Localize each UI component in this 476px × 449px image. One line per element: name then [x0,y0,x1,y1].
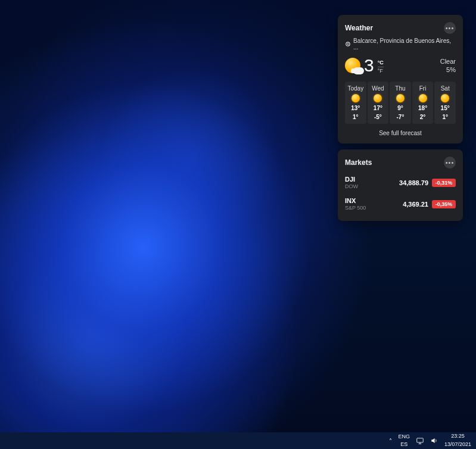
forecast-lo: 1° [442,114,448,120]
markets-title: Markets [345,158,372,167]
markets-header: Markets ••• [345,157,456,169]
see-full-forecast-link[interactable]: See full forecast [345,129,456,138]
market-left: INX S&P 500 [345,197,366,211]
forecast-day[interactable]: Thu 9° -7° [390,82,411,124]
forecast-day-label: Today [347,85,363,92]
weather-title: Weather [345,24,373,32]
sunny-icon [396,94,405,102]
weather-current-right: Clear 5% [440,57,456,74]
market-symbol: INX [345,197,366,205]
forecast-day[interactable]: Sat 15° 1° [434,82,456,124]
language-secondary: ES [400,442,407,447]
taskbar-time: 23:25 [451,434,465,439]
location-icon [345,41,351,47]
weather-humidity: 5% [440,66,456,74]
weather-condition: Clear [440,57,456,66]
weather-current-left: 3 °C °F [345,55,384,76]
market-left: DJI DOW [345,176,358,190]
unit-fahrenheit[interactable]: °F [378,68,384,74]
forecast-lo: 1° [353,114,359,120]
sunny-icon [419,94,427,102]
language-switcher[interactable]: ENG ES [398,434,410,447]
forecast-day-label: Fri [419,85,427,92]
temperature-unit-toggle[interactable]: °C °F [378,58,384,74]
forecast-hi: 17° [374,105,382,111]
taskbar-date: 13/07/2021 [444,442,471,448]
chevron-up-icon: ˄ [389,438,392,444]
forecast-day[interactable]: Wed 17° -5° [368,82,389,124]
taskbar-network-button[interactable] [416,436,424,445]
forecast-lo: 2° [420,114,426,120]
weather-location-row[interactable]: Balcarce, Provincia de Buenos Aires, ... [345,38,456,51]
language-primary: ENG [398,434,410,439]
forecast-lo: -5° [374,114,382,120]
sunny-icon [441,94,449,102]
widgets-panel: Weather ••• Balcarce, Provincia de Bueno… [338,15,463,221]
forecast-row: Today 13° 1° Wed 17° -5° Thu 9° -7° Fri … [345,82,456,124]
taskbar-volume-button[interactable] [430,436,438,445]
weather-widget[interactable]: Weather ••• Balcarce, Provincia de Bueno… [338,15,463,144]
weather-more-button[interactable]: ••• [444,22,456,34]
forecast-day-label: Sat [441,85,450,92]
market-symbol: DJI [345,176,358,183]
forecast-day[interactable]: Fri 18° 2° [412,82,434,124]
market-change-badge: -0,35% [432,200,456,208]
forecast-hi: 18° [418,105,427,111]
market-name: S&P 500 [345,205,366,211]
market-price: 4,369.21 [403,201,428,208]
forecast-day-label: Wed [372,85,384,92]
sunny-icon [351,94,360,102]
speaker-icon [430,436,438,445]
market-change-badge: -0,31% [432,179,456,187]
svg-rect-2 [417,438,424,442]
weather-current-row: 3 °C °F Clear 5% [345,55,456,76]
sunny-icon [374,94,382,102]
taskbar-clock[interactable]: 23:25 13/07/2021 [444,434,471,448]
market-row[interactable]: DJI DOW 34,888.79 -0,31% [345,172,456,194]
monitor-icon [416,436,424,445]
forecast-hi: 9° [397,105,403,111]
taskbar: ˄ ENG ES 23:25 13/07/2021 [0,432,476,449]
market-row[interactable]: INX S&P 500 4,369.21 -0,35% [345,194,456,215]
svg-point-1 [347,43,349,45]
markets-more-button[interactable]: ••• [444,157,456,169]
forecast-hi: 15° [441,105,450,111]
weather-header: Weather ••• [345,22,456,34]
partly-cloudy-icon [345,58,360,73]
more-icon: ••• [446,24,455,32]
forecast-hi: 13° [351,105,360,111]
forecast-lo: -7° [397,114,405,120]
markets-widget[interactable]: Markets ••• DJI DOW 34,888.79 -0,31% INX… [338,149,463,221]
tray-overflow-button[interactable]: ˄ [389,438,392,444]
market-name: DOW [345,183,358,190]
current-temperature: 3 [364,55,374,76]
forecast-day-label: Thu [395,85,405,92]
unit-celsius[interactable]: °C [378,60,384,67]
weather-location: Balcarce, Provincia de Buenos Aires, ... [353,38,456,51]
market-price: 34,888.79 [399,179,428,186]
forecast-day[interactable]: Today 13° 1° [345,82,366,124]
more-icon: ••• [446,159,455,166]
